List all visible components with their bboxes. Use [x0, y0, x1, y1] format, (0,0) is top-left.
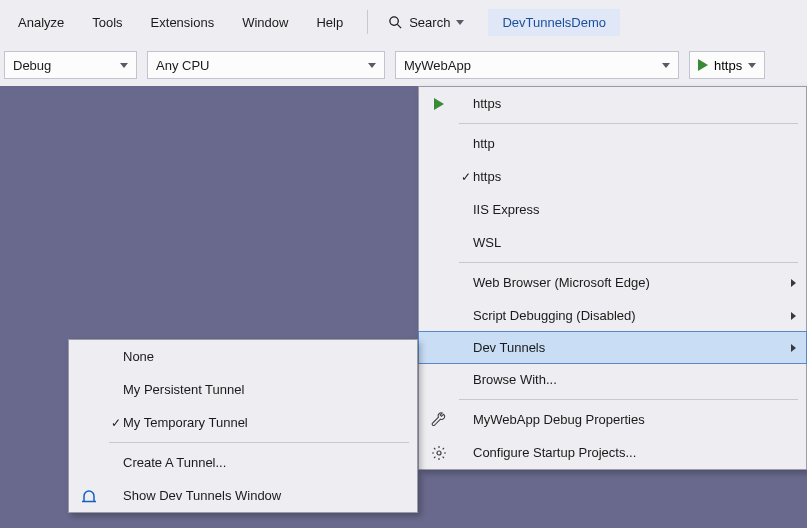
config-dropdown[interactable]: Debug [4, 51, 137, 79]
solution-chip[interactable]: DevTunnelsDemo [488, 9, 620, 36]
menu-label: Browse With... [473, 372, 796, 387]
menu-item-configure-startup[interactable]: Configure Startup Projects... [419, 436, 806, 469]
menu-label: MyWebApp Debug Properties [473, 412, 796, 427]
search-icon [388, 15, 403, 30]
run-target-menu: https http https IIS Express WSL Web Bro… [418, 86, 807, 470]
menu-help[interactable]: Help [302, 9, 357, 36]
menu-label: http [473, 136, 796, 151]
menu-analyze[interactable]: Analyze [4, 9, 78, 36]
check-icon [111, 415, 121, 430]
menu-item-browse-with[interactable]: Browse With... [419, 363, 806, 396]
tunnel-item-persistent[interactable]: My Persistent Tunnel [69, 373, 417, 406]
svg-point-2 [437, 451, 441, 455]
chevron-right-icon [791, 312, 796, 320]
chevron-down-icon [748, 63, 756, 68]
menu-tools[interactable]: Tools [78, 9, 136, 36]
search-box[interactable]: Search [378, 11, 474, 34]
run-button[interactable]: https [689, 51, 765, 79]
menu-label: Configure Startup Projects... [473, 445, 796, 460]
menu-item-iis-express[interactable]: IIS Express [419, 193, 806, 226]
separator [109, 442, 409, 443]
chevron-right-icon [791, 279, 796, 287]
menu-item-web-browser[interactable]: Web Browser (Microsoft Edge) [419, 266, 806, 299]
separator [367, 10, 368, 34]
menu-item-https[interactable]: https [419, 160, 806, 193]
tunnel-item-temporary[interactable]: My Temporary Tunnel [69, 406, 417, 439]
menu-label: Show Dev Tunnels Window [123, 488, 407, 503]
menu-item-https-launch[interactable]: https [419, 87, 806, 120]
check-icon [461, 169, 471, 184]
menu-label: https [473, 169, 796, 184]
gear-icon [431, 445, 447, 461]
startup-project-dropdown[interactable]: MyWebApp [395, 51, 679, 79]
menu-item-wsl[interactable]: WSL [419, 226, 806, 259]
search-label: Search [409, 15, 450, 30]
chevron-down-icon [368, 63, 376, 68]
menu-label: IIS Express [473, 202, 796, 217]
menu-extensions[interactable]: Extensions [137, 9, 229, 36]
chevron-down-icon [662, 63, 670, 68]
separator [459, 399, 798, 400]
svg-point-0 [390, 16, 398, 24]
menu-label: My Temporary Tunnel [123, 415, 407, 430]
play-icon [698, 59, 708, 71]
chevron-down-icon [120, 63, 128, 68]
play-icon [434, 98, 444, 110]
wrench-icon [431, 412, 447, 428]
menu-window[interactable]: Window [228, 9, 302, 36]
menu-label: Dev Tunnels [473, 340, 791, 355]
menu-label: Create A Tunnel... [123, 455, 407, 470]
chevron-down-icon [456, 20, 464, 25]
menu-item-debug-properties[interactable]: MyWebApp Debug Properties [419, 403, 806, 436]
menu-label: My Persistent Tunnel [123, 382, 407, 397]
startup-value: MyWebApp [404, 58, 471, 73]
run-label: https [714, 58, 742, 73]
menu-item-script-debugging[interactable]: Script Debugging (Disabled) [419, 299, 806, 332]
menu-item-dev-tunnels[interactable]: Dev Tunnels [418, 331, 807, 364]
menu-label: Web Browser (Microsoft Edge) [473, 275, 791, 290]
dev-tunnels-submenu: None My Persistent Tunnel My Temporary T… [68, 339, 418, 513]
menu-label: Script Debugging (Disabled) [473, 308, 791, 323]
chevron-right-icon [791, 344, 796, 352]
svg-line-1 [398, 24, 402, 28]
menu-label: https [473, 96, 796, 111]
toolbar: Debug Any CPU MyWebApp https [0, 44, 807, 86]
menu-item-http[interactable]: http [419, 127, 806, 160]
config-value: Debug [13, 58, 51, 73]
tunnel-icon [81, 488, 97, 504]
menu-label: None [123, 349, 407, 364]
menu-item-create-tunnel[interactable]: Create A Tunnel... [69, 446, 417, 479]
platform-dropdown[interactable]: Any CPU [147, 51, 385, 79]
menu-label: WSL [473, 235, 796, 250]
tunnel-item-none[interactable]: None [69, 340, 417, 373]
platform-value: Any CPU [156, 58, 209, 73]
separator [459, 262, 798, 263]
menu-item-show-tunnels-window[interactable]: Show Dev Tunnels Window [69, 479, 417, 512]
menubar: Analyze Tools Extensions Window Help Sea… [0, 0, 807, 44]
separator [459, 123, 798, 124]
